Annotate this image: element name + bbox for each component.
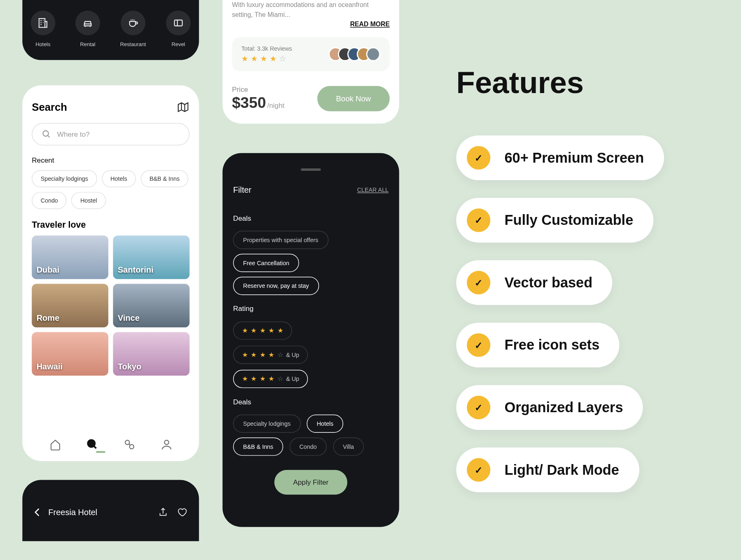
destination-card[interactable]: Santorini	[113, 236, 190, 279]
feature-item: ✓Vector based	[456, 260, 613, 305]
heart-icon[interactable]	[177, 507, 187, 518]
nav-home[interactable]	[47, 436, 63, 453]
book-now-button[interactable]: Book Now	[317, 86, 389, 111]
cup-icon	[121, 11, 145, 35]
feature-item: ✓Free icon sets	[456, 323, 620, 368]
search-input[interactable]: Where to?	[32, 123, 189, 145]
back-icon[interactable]	[34, 508, 40, 517]
destination-card[interactable]: Vince	[113, 284, 190, 327]
search-title: Search	[32, 101, 67, 113]
car-icon	[75, 11, 100, 35]
deal-chip[interactable]: Free Cancellation	[233, 254, 299, 272]
destination-card[interactable]: Hawaii	[32, 332, 108, 376]
filter-title: Filter	[233, 185, 252, 194]
svg-rect-1	[175, 20, 182, 26]
category-label: Hotels	[35, 41, 50, 47]
category-bar: Hotels Rental Restaurant Revel	[22, 0, 199, 60]
drag-handle[interactable]	[301, 168, 321, 171]
hotels-icon	[30, 11, 55, 35]
category-label: Rental	[80, 41, 95, 47]
check-icon: ✓	[467, 333, 490, 357]
share-icon[interactable]	[158, 507, 168, 518]
deal-chip[interactable]: Properties with special offers	[233, 231, 328, 249]
type-chip[interactable]: B&B & Inns	[233, 437, 283, 455]
hotel-header-phone: Freesia Hotel	[22, 480, 199, 541]
category-hotels[interactable]: Hotels	[30, 11, 55, 47]
recent-chip[interactable]: Specialty lodgings	[32, 170, 97, 187]
deals-section-label: Deals	[233, 215, 389, 223]
price-per: /night	[267, 101, 284, 110]
type-chip[interactable]: Villa	[333, 437, 364, 455]
recent-chip[interactable]: Hotels	[102, 170, 136, 187]
features-sidebar: Features ✓60+ Premium Screen ✓Fully Cust…	[456, 65, 664, 510]
destination-card[interactable]: Tokyo	[113, 332, 190, 376]
rating-section-label: Rating	[233, 304, 389, 313]
recent-chip[interactable]: B&B & Inns	[141, 170, 189, 187]
search-placeholder: Where to?	[57, 130, 90, 138]
recent-chip[interactable]: Condo	[32, 192, 67, 209]
deal-chip[interactable]: Reserve now, pay at stay	[233, 277, 319, 295]
filter-phone: Filter CLEAR ALL Deals Properties with s…	[223, 153, 399, 527]
recent-label: Recent	[32, 156, 189, 164]
price-value: $350	[232, 93, 266, 111]
check-icon: ✓	[467, 458, 490, 482]
hotel-detail-card: With luxury accommodations and an oceanf…	[223, 0, 399, 124]
clear-all-link[interactable]: CLEAR ALL	[357, 187, 388, 193]
check-icon: ✓	[467, 146, 490, 170]
category-restaurant[interactable]: Restaurant	[120, 11, 146, 47]
features-title: Features	[456, 65, 664, 100]
check-icon: ✓	[467, 208, 490, 232]
recent-chip[interactable]: Hostel	[72, 192, 106, 209]
price-label: Price	[232, 85, 284, 93]
nav-indicator	[96, 451, 105, 453]
nav-trips[interactable]	[121, 436, 137, 453]
category-rental[interactable]: Rental	[75, 11, 100, 47]
hotel-desc: With luxury accommodations and an oceanf…	[232, 0, 389, 19]
feature-item: ✓Fully Customizable	[456, 198, 653, 243]
ticket-icon	[166, 11, 191, 35]
map-icon[interactable]	[177, 101, 189, 114]
category-label: Restaurant	[120, 41, 146, 47]
read-more-link[interactable]: READ MORE	[232, 21, 389, 28]
reviewer-avatars	[329, 47, 380, 61]
hotel-title: Freesia Hotel	[48, 508, 97, 517]
rating-option-4up-selected[interactable]: ★★★★☆& Up	[233, 370, 308, 388]
category-label: Revel	[172, 41, 185, 47]
category-revel[interactable]: Revel	[166, 11, 191, 47]
svg-point-6	[164, 440, 168, 444]
destination-card[interactable]: Dubai	[32, 236, 108, 279]
rating-option-5[interactable]: ★★★★★	[233, 322, 292, 340]
svg-point-2	[43, 131, 48, 136]
svg-point-4	[125, 440, 129, 444]
feature-item: ✓60+ Premium Screen	[456, 135, 664, 180]
destination-card[interactable]: Rome	[32, 284, 108, 327]
type-chip[interactable]: Hotels	[307, 415, 343, 433]
reviews-count: Total: 3.3k Reviews	[241, 45, 292, 52]
svg-rect-0	[39, 19, 45, 27]
types-section-label: Deals	[233, 398, 389, 406]
feature-item: ✓Light/ Dark Mode	[456, 448, 639, 492]
feature-item: ✓Organized Layers	[456, 385, 643, 430]
check-icon: ✓	[467, 271, 490, 294]
check-icon: ✓	[467, 396, 490, 419]
nav-search[interactable]	[84, 436, 100, 453]
type-chip[interactable]: Condo	[289, 437, 327, 455]
search-icon	[42, 130, 51, 139]
nav-profile[interactable]	[158, 436, 175, 453]
search-phone: Search Where to? Recent Specialty lodgin…	[22, 85, 199, 461]
type-chip[interactable]: Specialty lodgings	[233, 415, 301, 433]
star-rating: ★★★★☆	[241, 54, 292, 63]
apply-filter-button[interactable]: Apply Filter	[274, 470, 347, 495]
traveler-love-label: Traveler love	[32, 219, 189, 229]
svg-point-5	[129, 445, 133, 449]
rating-option-4up[interactable]: ★★★★☆& Up	[233, 345, 308, 364]
reviews-card[interactable]: Total: 3.3k Reviews ★★★★☆	[232, 37, 389, 71]
